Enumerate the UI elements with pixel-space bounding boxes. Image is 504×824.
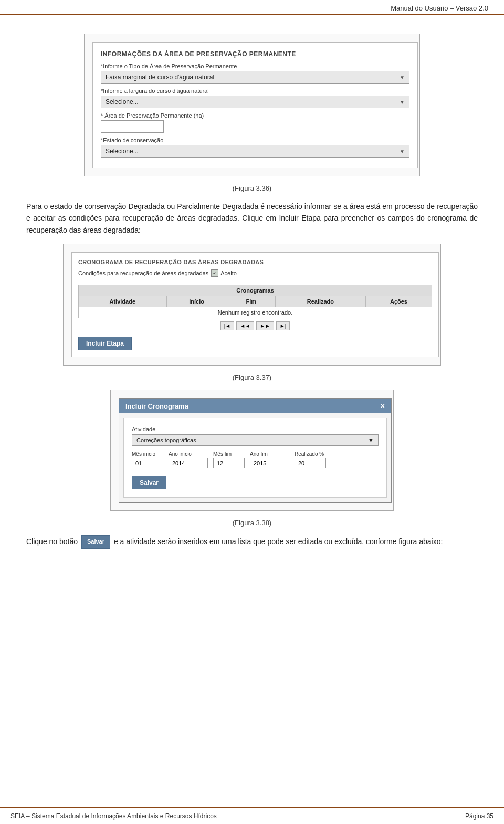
- dropdown-largura[interactable]: Selecione... ▼: [101, 96, 410, 108]
- dropdown-arrow-3: ▼: [400, 149, 405, 154]
- dialog-atividade-label: Atividade: [132, 426, 379, 432]
- footer-left: SEIA – Sistema Estadual de Informações A…: [10, 812, 217, 820]
- area-ha-input[interactable]: [101, 120, 164, 133]
- cronograma-table: Cronogramas Atividade Início Fim Realiza…: [78, 285, 432, 318]
- dialog-title: Incluir Cronograma: [125, 402, 188, 410]
- dialog-header: Incluir Cronograma ×: [119, 399, 391, 413]
- figure-36-caption: (Figura 3.36): [26, 184, 478, 192]
- ano-fim-group: Ano fim: [250, 451, 289, 468]
- figure-37-caption: (Figura 3.37): [26, 373, 478, 381]
- page-footer: SEIA – Sistema Estadual de Informações A…: [0, 807, 504, 824]
- footer-right: Página 35: [465, 812, 494, 820]
- ano-inicio-input[interactable]: [169, 458, 208, 468]
- next-page-btn[interactable]: ►►: [256, 321, 274, 330]
- first-page-btn[interactable]: |◄: [220, 321, 235, 330]
- col-fim: Fim: [227, 296, 275, 307]
- ano-inicio-group: Ano início: [169, 451, 208, 468]
- figure-38-caption: (Figura 3.38): [26, 519, 478, 527]
- ano-fim-label: Ano fim: [250, 451, 289, 457]
- dropdown-arrow-4: ▼: [368, 437, 374, 443]
- dropdown-tipo-area[interactable]: Faixa marginal de curso d'água natural ▼: [101, 71, 410, 84]
- conditions-link[interactable]: Condições para recuperação de áreas degr…: [78, 270, 208, 276]
- dropdown-arrow-2: ▼: [400, 99, 405, 105]
- page-header: Manual do Usuário – Versão 2.0: [0, 0, 504, 15]
- col-atividade: Atividade: [79, 296, 167, 307]
- figure-38-box: Incluir Cronograma × Atividade Correções…: [110, 390, 394, 511]
- conditions-row: Condições para recuperação de áreas degr…: [78, 269, 432, 280]
- col-acoes: Ações: [365, 296, 432, 307]
- realizado-label: Realizado %: [295, 451, 326, 457]
- prev-page-btn[interactable]: ◄◄: [236, 321, 254, 330]
- figure-36-box: INFORMAÇÕES DA ÁREA DE PRESERVAÇÃO PERMA…: [84, 34, 420, 176]
- realizado-group: Realizado %: [295, 451, 326, 468]
- inline-salvar-button[interactable]: Salvar: [81, 535, 110, 549]
- app-form: INFORMAÇÕES DA ÁREA DE PRESERVAÇÃO PERMA…: [92, 42, 418, 168]
- ano-inicio-label: Ano início: [169, 451, 208, 457]
- body-text-1: Para o estado de conservação Degradada o…: [26, 201, 478, 236]
- dropdown-arrow-1: ▼: [400, 75, 405, 80]
- text2-after: e a atividade serão inseridos em uma lis…: [114, 537, 443, 546]
- last-page-btn[interactable]: ►|: [276, 321, 290, 330]
- pagination: |◄ ◄◄ ►► ►|: [78, 321, 432, 330]
- form-label-1: *Informe o Tipo de Área de Preservação P…: [101, 63, 410, 69]
- mes-fim-label: Mês fim: [213, 451, 245, 457]
- form-label-3: * Área de Preservação Permanente (ha): [101, 112, 410, 119]
- form-label-4: *Estado de conservação: [101, 137, 410, 143]
- empty-row-msg: Nenhum registro encontrado.: [79, 307, 432, 318]
- salvar-button[interactable]: Salvar: [132, 476, 166, 489]
- mes-fim-input[interactable]: [213, 458, 245, 468]
- mes-fim-group: Mês fim: [213, 451, 245, 468]
- form-label-2: *Informe a largura do curso d'água natur…: [101, 88, 410, 94]
- dropdown-conservacao[interactable]: Selecione... ▼: [101, 145, 410, 158]
- text2-before: Clique no botão: [26, 537, 78, 546]
- accept-checkbox[interactable]: ✓: [211, 269, 218, 277]
- incluir-etapa-button[interactable]: Incluir Etapa: [78, 337, 132, 350]
- ano-fim-input[interactable]: [250, 458, 289, 468]
- col-realizado: Realizado: [275, 296, 365, 307]
- dialog-close-button[interactable]: ×: [381, 402, 385, 410]
- table-row: Nenhum registro encontrado.: [79, 307, 432, 318]
- mes-inicio-input[interactable]: [132, 458, 163, 468]
- page-content: INFORMAÇÕES DA ÁREA DE PRESERVAÇÃO PERMA…: [0, 15, 504, 586]
- incluir-cronograma-dialog: Incluir Cronograma × Atividade Correções…: [119, 398, 392, 503]
- table-group-header: Cronogramas: [79, 285, 432, 296]
- date-fields-row: Mês início Ano início Mês fim Ano fim: [132, 451, 379, 468]
- header-title: Manual do Usuário – Versão 2.0: [391, 4, 488, 12]
- figure-37-box: CRONOGRAMA DE RECUPERAÇÃO DAS ÁREAS DEGR…: [63, 244, 441, 366]
- realizado-input[interactable]: [295, 458, 326, 468]
- dialog-body: Atividade Correções topográficas ▼ Mês i…: [123, 418, 387, 498]
- cronograma-title: CRONOGRAMA DE RECUPERAÇÃO DAS ÁREAS DEGR…: [78, 259, 432, 265]
- col-inicio: Início: [166, 296, 227, 307]
- dialog-atividade-dropdown[interactable]: Correções topográficas ▼: [132, 434, 379, 446]
- body-text-2: Clique no botão Salvar e a atividade ser…: [26, 535, 478, 549]
- cronograma-form: CRONOGRAMA DE RECUPERAÇÃO DAS ÁREAS DEGR…: [71, 252, 439, 357]
- accept-label: Aceito: [220, 270, 237, 276]
- mes-inicio-group: Mês início: [132, 451, 163, 468]
- mes-inicio-label: Mês início: [132, 451, 163, 457]
- app-form-title: INFORMAÇÕES DA ÁREA DE PRESERVAÇÃO PERMA…: [101, 50, 410, 58]
